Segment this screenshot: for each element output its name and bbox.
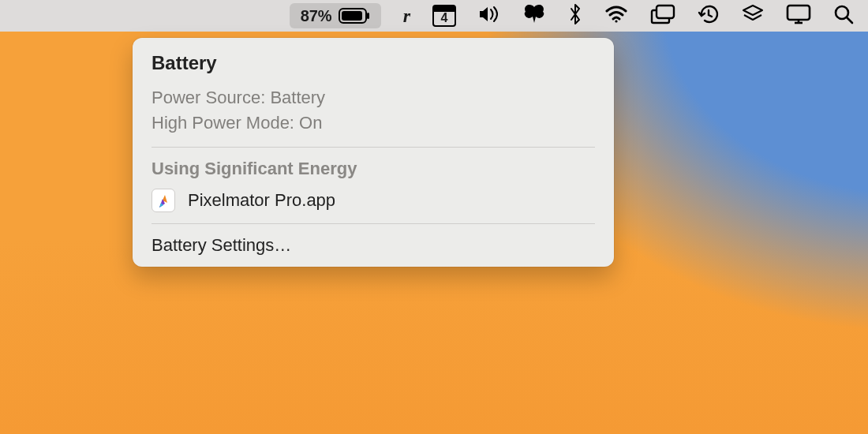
- battery-percent-label: 87%: [301, 7, 332, 25]
- bluetooth-menu-item[interactable]: [568, 3, 582, 28]
- svg-rect-4: [657, 6, 674, 18]
- display-menu-item[interactable]: [786, 3, 811, 28]
- svg-rect-1: [367, 13, 369, 19]
- high-power-mode-line: High Power Mode: On: [152, 110, 595, 136]
- r-icon: r: [403, 6, 410, 27]
- energy-app-row[interactable]: Pixelmator Pro.app: [152, 189, 595, 212]
- svg-rect-5: [788, 6, 810, 20]
- battery-menu-item[interactable]: 87%: [290, 3, 381, 28]
- sound-menu-item[interactable]: [478, 3, 500, 28]
- butterfly-menu-item[interactable]: [522, 3, 546, 28]
- time-machine-menu-item[interactable]: [698, 3, 720, 28]
- svg-point-3: [615, 20, 617, 22]
- pixelmator-app-icon: [152, 189, 175, 212]
- layers-icon: [742, 4, 764, 28]
- energy-heading: Using Significant Energy: [152, 159, 595, 179]
- stacked-windows-icon: [650, 4, 675, 28]
- speaker-icon: [478, 5, 500, 27]
- divider: [152, 147, 595, 148]
- calendar-menu-item[interactable]: 4: [432, 5, 456, 27]
- svg-rect-2: [342, 11, 362, 21]
- bluetooth-icon: [568, 3, 582, 28]
- stack-menu-item[interactable]: [742, 3, 764, 28]
- calendar-day-label: 4: [441, 11, 448, 25]
- search-icon: [833, 4, 854, 28]
- wifi-icon: [604, 5, 628, 27]
- display-icon: [786, 4, 811, 28]
- wifi-menu-item[interactable]: [604, 3, 628, 28]
- divider: [152, 223, 595, 224]
- energy-app-name: Pixelmator Pro.app: [188, 190, 335, 211]
- menubar: 87% r 4: [0, 0, 868, 32]
- r-menu-item[interactable]: r: [403, 3, 410, 28]
- mission-control-menu-item[interactable]: [650, 3, 675, 28]
- panel-title: Battery: [152, 52, 595, 74]
- butterfly-icon: [522, 4, 546, 28]
- battery-icon: [339, 8, 370, 24]
- battery-dropdown-panel: Battery Power Source: Battery High Power…: [133, 38, 614, 267]
- spotlight-menu-item[interactable]: [833, 3, 854, 28]
- time-machine-icon: [698, 3, 720, 28]
- power-source-line: Power Source: Battery: [152, 85, 595, 110]
- battery-settings-item[interactable]: Battery Settings…: [152, 235, 595, 256]
